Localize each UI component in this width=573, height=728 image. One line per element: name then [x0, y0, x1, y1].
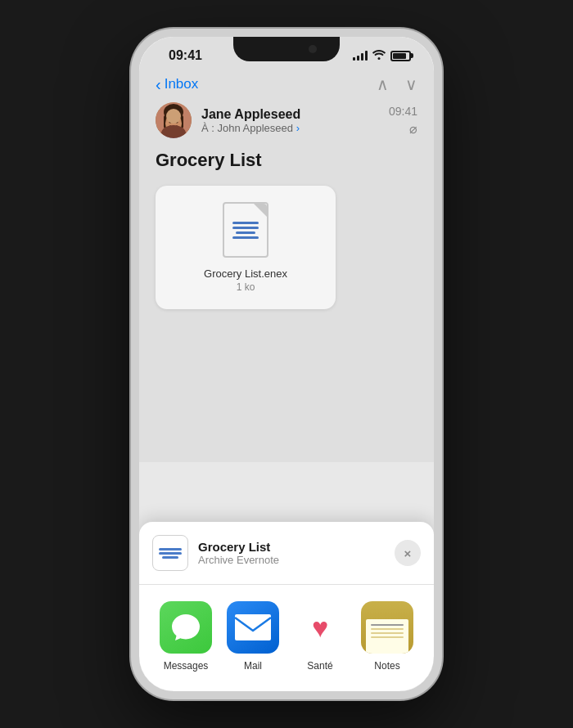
- email-time: 09:41: [389, 105, 417, 118]
- battery-icon: [390, 51, 411, 61]
- mail-icon-inner: [227, 601, 279, 654]
- sender-details: Jane Appleseed À : John Appleseed ›: [201, 107, 300, 134]
- share-title: Grocery List: [198, 540, 279, 554]
- signal-bars-icon: [353, 51, 368, 61]
- notes-line-2: [371, 628, 403, 630]
- back-chevron-icon: ‹: [156, 76, 161, 92]
- nav-arrows: ∧ ∨: [377, 74, 417, 94]
- health-icon-inner: ♥: [294, 601, 346, 654]
- sender-name: Jane Appleseed: [201, 107, 300, 122]
- messages-icon-inner: [160, 601, 212, 654]
- wifi-icon: [372, 50, 386, 62]
- file-icon-corner: [254, 204, 267, 217]
- next-message-button[interactable]: ∨: [405, 74, 417, 94]
- to-chevron[interactable]: ›: [296, 122, 300, 134]
- app-item-messages[interactable]: Messages: [160, 601, 212, 672]
- file-line-4: [232, 236, 259, 239]
- email-sender-row: Jane Appleseed À : John Appleseed › 09:4…: [156, 102, 417, 138]
- attachment-name: Grocery List.enex: [204, 267, 287, 280]
- avatar: [156, 102, 192, 138]
- share-subtitle: Archive Evernote: [198, 554, 279, 566]
- file-line-3: [236, 231, 255, 234]
- notes-line-4: [371, 636, 403, 638]
- file-icon-body: [223, 202, 268, 258]
- share-file-line-3: [162, 556, 178, 559]
- attachment-size: 1 ko: [237, 281, 255, 293]
- notes-app-icon: [361, 601, 413, 654]
- svg-point-6: [176, 121, 178, 124]
- notch-camera: [309, 45, 317, 53]
- mail-header: ‹ Inbox ∧ ∨: [139, 68, 434, 102]
- share-sheet-header: Grocery List Archive Evernote ×: [139, 535, 434, 585]
- app-item-mail[interactable]: Mail: [227, 601, 279, 672]
- svg-point-1: [164, 104, 183, 120]
- phone-frame: 09:41 ‹ In: [131, 29, 442, 699]
- share-file-line-1: [159, 548, 182, 550]
- back-label: Inbox: [165, 76, 199, 92]
- paperclip-icon: ⌀: [389, 121, 417, 137]
- app-icons-row: Messages Mail: [139, 585, 434, 691]
- sender-info-left: Jane Appleseed À : John Appleseed ›: [156, 102, 300, 138]
- notch: [233, 37, 340, 61]
- file-icon: [223, 202, 268, 258]
- svg-rect-8: [235, 614, 271, 640]
- app-item-notes[interactable]: Notes: [361, 601, 413, 672]
- notes-line-3: [371, 632, 403, 634]
- messages-app-icon: [160, 601, 212, 654]
- notes-line-1: [371, 624, 403, 626]
- svg-point-4: [165, 114, 182, 133]
- notes-icon-inner: [361, 601, 413, 654]
- sender-to: À : John Appleseed ›: [201, 122, 300, 134]
- attachment-card[interactable]: Grocery List.enex 1 ko: [156, 186, 336, 309]
- share-info: Grocery List Archive Evernote: [198, 540, 279, 566]
- svg-point-7: [159, 133, 188, 138]
- prev-message-button[interactable]: ∧: [377, 74, 389, 94]
- to-label: À : John Appleseed: [201, 122, 293, 134]
- share-header-left: Grocery List Archive Evernote: [152, 535, 279, 571]
- back-button[interactable]: ‹ Inbox: [156, 76, 198, 92]
- share-file-icon: [152, 535, 188, 571]
- notes-icon-paper: [366, 619, 408, 654]
- notes-label: Notes: [374, 660, 399, 672]
- avatar-image: [156, 102, 192, 138]
- share-file-line-2: [159, 552, 182, 555]
- status-time: 09:41: [162, 48, 202, 63]
- close-button[interactable]: ×: [395, 540, 421, 566]
- email-subject: Grocery List: [156, 150, 417, 171]
- health-app-icon: ♥: [294, 601, 346, 654]
- heart-icon: ♥: [312, 613, 328, 641]
- svg-point-5: [169, 121, 172, 124]
- mail-label: Mail: [244, 660, 262, 672]
- file-line-2: [232, 227, 259, 229]
- messages-label: Messages: [164, 660, 209, 672]
- file-line-1: [232, 222, 259, 224]
- app-item-health[interactable]: ♥ Santé: [294, 601, 346, 672]
- status-icons: [353, 50, 411, 62]
- health-label: Santé: [307, 660, 332, 672]
- mail-app-icon: [227, 601, 279, 654]
- share-sheet: Grocery List Archive Evernote ×: [139, 522, 434, 691]
- email-meta-right: 09:41 ⌀: [389, 105, 417, 137]
- phone-screen: 09:41 ‹ In: [139, 37, 434, 691]
